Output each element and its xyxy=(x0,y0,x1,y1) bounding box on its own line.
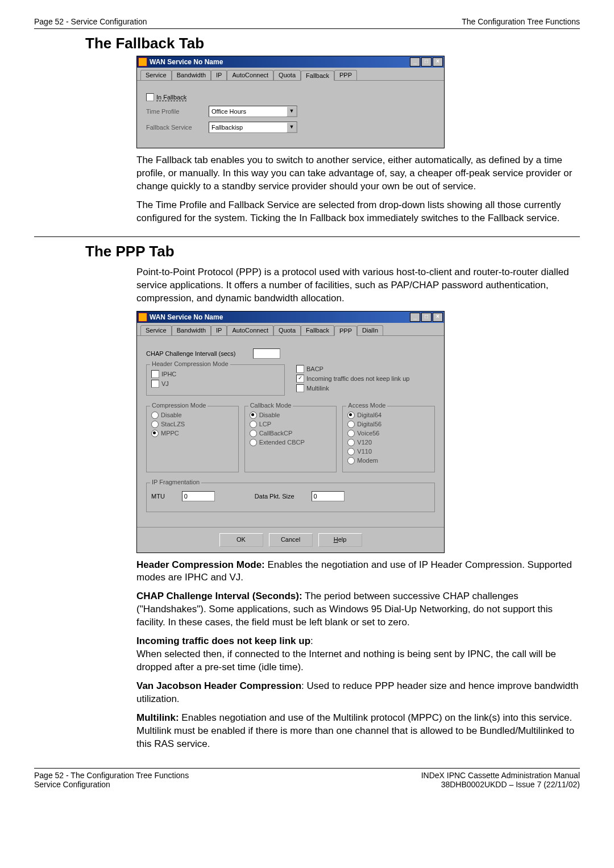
page-footer: Page 52 - The Configuration Tree Functio… xyxy=(34,771,580,780)
time-profile-select[interactable]: Office Hours ▼ xyxy=(209,106,297,117)
fallback-dialog: WAN Service No Name _ □ × Service Bandwi… xyxy=(136,56,445,148)
fallback-panel: In Fallback Time Profile Office Hours ▼ … xyxy=(137,81,444,148)
mtu-input[interactable]: 0 xyxy=(182,491,215,501)
access-v120-radio[interactable] xyxy=(347,439,355,446)
ppp-tabstrip: Service Bandwidth IP AutoConnect Quota F… xyxy=(137,323,444,336)
access-voice56-radio[interactable] xyxy=(347,430,355,437)
compression-staclzs-radio[interactable] xyxy=(151,421,159,428)
footer-rule xyxy=(34,768,580,769)
ipfrag-group: IP Fragmentation MTU 0 Data Pkt. Size 0 xyxy=(146,483,435,512)
header-rule xyxy=(34,28,580,29)
multilink-checkbox[interactable] xyxy=(296,384,304,392)
footer-right2: 38DHB0002UKDD – Issue 7 (22/11/02) xyxy=(441,780,580,789)
desc-vj: Van Jacobson Header Compression: Used to… xyxy=(136,680,580,706)
tab-autoconnect[interactable]: AutoConnect xyxy=(227,325,273,335)
minimize-icon[interactable]: _ xyxy=(410,57,420,67)
desc-header-compression: Header Compression Mode: Enables the neg… xyxy=(136,559,580,585)
iphc-label: IPHC xyxy=(161,371,176,377)
iphc-checkbox[interactable] xyxy=(151,370,159,378)
fallback-para1: The Fallback tab enables you to switch t… xyxy=(136,154,580,193)
mtu-label: MTU xyxy=(151,493,165,500)
ok-button[interactable]: OK xyxy=(219,533,263,547)
chap-interval-input[interactable] xyxy=(253,348,280,359)
chap-label: CHAP Challenge Intervall (secs) xyxy=(146,350,236,357)
callback-legend: Callback Mode xyxy=(248,402,293,409)
tab-ip[interactable]: IP xyxy=(211,70,227,80)
desc-multilink: Multilink: Enables negotiation and use o… xyxy=(136,712,580,751)
callback-callbackcp-radio[interactable] xyxy=(250,430,257,437)
ppp-intro: Point-to-Point Protocol (PPP) is a proto… xyxy=(136,266,580,305)
access-digital64-radio[interactable] xyxy=(347,412,355,419)
ppp-titlebar: WAN Service No Name _ □ × xyxy=(137,312,444,323)
tab-fallback[interactable]: Fallback xyxy=(301,70,334,81)
app-icon xyxy=(138,57,147,67)
maximize-icon[interactable]: □ xyxy=(421,57,432,67)
ppp-panel: CHAP Challenge Intervall (secs) Header C… xyxy=(137,336,444,525)
callback-extcbcp-radio[interactable] xyxy=(250,439,257,446)
access-modem-radio[interactable] xyxy=(347,457,355,464)
fallback-service-select[interactable]: Fallbackisp ▼ xyxy=(209,122,297,133)
tab-bandwidth[interactable]: Bandwidth xyxy=(172,70,211,80)
chevron-down-icon: ▼ xyxy=(287,122,297,132)
bacp-checkbox[interactable] xyxy=(296,365,304,373)
in-fallback-label: In Fallback xyxy=(156,94,186,101)
tab-ppp[interactable]: PPP xyxy=(334,326,357,336)
tab-quota[interactable]: Quota xyxy=(273,325,301,335)
fallback-tabstrip: Service Bandwidth IP AutoConnect Quota F… xyxy=(137,68,444,81)
header-compression-group: Header Compression Mode IPHC VJ xyxy=(146,364,285,396)
desc-incoming: Incoming traffic does not keep link up:W… xyxy=(136,635,580,674)
ppp-window-title: WAN Service No Name xyxy=(150,313,410,321)
fallback-titlebar: WAN Service No Name _ □ × xyxy=(137,56,444,68)
cancel-button[interactable]: Cancel xyxy=(269,533,313,547)
compression-mppc-radio[interactable] xyxy=(151,430,159,437)
dialog-buttons: OK Cancel Help xyxy=(137,527,444,553)
compression-disable-radio[interactable] xyxy=(151,412,159,419)
help-button[interactable]: Help xyxy=(318,533,362,547)
page-header: Page 52 - Service Configuration The Conf… xyxy=(34,17,580,26)
in-fallback-checkbox[interactable] xyxy=(146,93,154,101)
tab-service[interactable]: Service xyxy=(140,325,172,335)
tab-quota[interactable]: Quota xyxy=(273,70,301,80)
minimize-icon[interactable]: _ xyxy=(410,313,420,322)
tab-fallback[interactable]: Fallback xyxy=(301,325,334,335)
section-rule xyxy=(34,236,580,237)
close-icon[interactable]: × xyxy=(433,313,443,322)
footer-right1: INDeX IPNC Cassette Administration Manua… xyxy=(421,771,580,780)
tab-service[interactable]: Service xyxy=(140,70,172,80)
tab-dialin[interactable]: DialIn xyxy=(357,325,383,335)
hc-legend: Header Compression Mode xyxy=(150,360,230,367)
compression-group: Compression Mode Disable StacLZS MPPC xyxy=(146,406,239,472)
time-profile-label: Time Profile xyxy=(146,108,209,115)
tab-autoconnect[interactable]: AutoConnect xyxy=(227,70,273,80)
ppp-heading: The PPP Tab xyxy=(85,243,580,260)
maximize-icon[interactable]: □ xyxy=(421,313,432,322)
bacp-label: BACP xyxy=(306,366,323,372)
ipfrag-legend: IP Fragmentation xyxy=(150,479,201,485)
datapkt-label: Data Pkt. Size xyxy=(255,493,294,500)
access-group: Access Mode Digital64 Digital56 Voice56 … xyxy=(342,406,435,472)
callback-disable-radio[interactable] xyxy=(250,412,257,419)
footer-left2: Service Configuration xyxy=(34,780,110,789)
compression-legend: Compression Mode xyxy=(150,402,208,409)
header-right: The Configuration Tree Functions xyxy=(462,17,580,26)
datapkt-input[interactable]: 0 xyxy=(312,491,345,501)
fallback-para2: The Time Profile and Fallback Service ar… xyxy=(136,199,580,225)
tab-bandwidth[interactable]: Bandwidth xyxy=(172,325,211,335)
fallback-window-title: WAN Service No Name xyxy=(150,58,410,66)
fallback-service-label: Fallback Service xyxy=(146,124,209,131)
close-icon[interactable]: × xyxy=(433,57,443,67)
tab-ppp[interactable]: PPP xyxy=(334,70,357,80)
app-icon xyxy=(138,313,147,322)
vj-checkbox[interactable] xyxy=(151,380,159,388)
access-v110-radio[interactable] xyxy=(347,448,355,455)
incoming-checkbox[interactable]: ✓ xyxy=(296,375,304,383)
ppp-dialog: WAN Service No Name _ □ × Service Bandwi… xyxy=(136,311,445,553)
incoming-label: Incoming traffic does not keep link up xyxy=(306,375,409,382)
chevron-down-icon: ▼ xyxy=(287,106,297,117)
footer-left1: Page 52 - The Configuration Tree Functio… xyxy=(34,771,189,780)
fallback-service-value: Fallbackisp xyxy=(211,124,243,131)
access-digital56-radio[interactable] xyxy=(347,421,355,428)
tab-ip[interactable]: IP xyxy=(211,325,227,335)
callback-lcp-radio[interactable] xyxy=(250,421,257,428)
desc-chap: CHAP Challenge Interval (Seconds): The p… xyxy=(136,590,580,629)
